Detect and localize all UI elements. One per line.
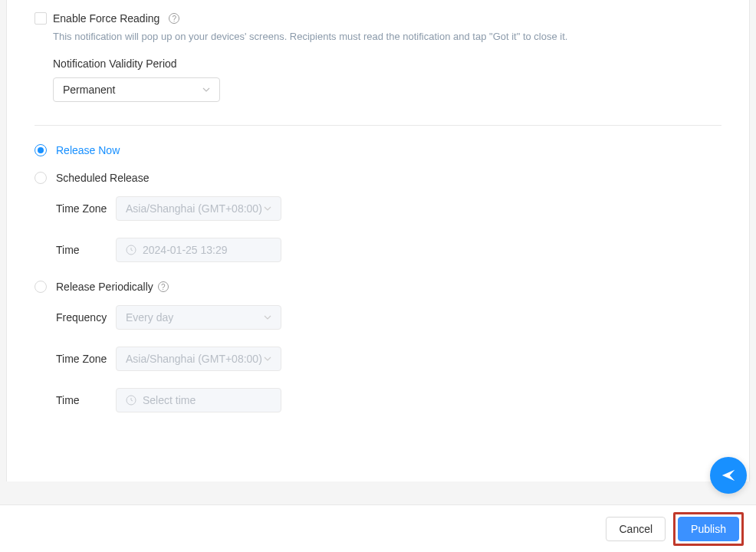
scheduled-timezone-row: Time Zone Asia/Shanghai (GMT+08:00) [56,196,721,221]
periodic-frequency-select: Every day [116,305,281,330]
footer-bar: Cancel Publish [0,504,756,552]
periodic-frequency-value: Every day [126,311,173,324]
cancel-label: Cancel [619,523,652,535]
validity-select[interactable]: Permanent [53,77,220,102]
scheduled-fields: Time Zone Asia/Shanghai (GMT+08:00) Time… [56,196,721,262]
clock-icon [126,245,136,255]
periodic-frequency-row: Frequency Every day [56,305,721,330]
help-icon[interactable]: ? [169,13,179,24]
periodic-timezone-select: Asia/Shanghai (GMT+08:00) [116,347,281,371]
scheduled-release-radio[interactable] [35,172,47,184]
scheduled-release-row: Scheduled Release [35,172,721,184]
scheduled-timezone-select: Asia/Shanghai (GMT+08:00) [116,196,281,221]
release-now-label: Release Now [56,144,120,156]
release-now-row: Release Now [35,144,721,156]
publish-button[interactable]: Publish [678,517,739,541]
chevron-down-icon [202,87,210,92]
force-reading-row: Enable Force Reading ? [35,12,721,25]
force-reading-checkbox[interactable] [35,12,47,25]
release-now-radio[interactable] [35,144,47,156]
periodic-time-row: Time Select time [56,388,721,412]
publish-highlight: Publish [673,512,744,546]
paper-plane-icon [720,467,737,484]
feedback-fab[interactable] [710,457,747,494]
chevron-down-icon [264,356,271,361]
clock-icon [126,395,136,406]
scheduled-timezone-label: Time Zone [56,202,116,215]
chevron-down-icon [264,315,271,320]
periodic-timezone-value: Asia/Shanghai (GMT+08:00) [126,353,262,365]
publish-label: Publish [691,523,726,535]
periodic-release-row: Release Periodically ? [35,281,721,293]
help-icon[interactable]: ? [158,281,169,292]
periodic-timezone-row: Time Zone Asia/Shanghai (GMT+08:00) [56,347,721,371]
periodic-timezone-label: Time Zone [56,353,116,365]
force-reading-description: This notification will pop up on your de… [53,31,721,42]
periodic-time-placeholder: Select time [143,394,196,406]
periodic-fields: Frequency Every day Time Zone Asia/Shang… [56,305,721,412]
cancel-button[interactable]: Cancel [606,517,666,541]
scheduled-time-value: 2024-01-25 13:29 [143,244,228,256]
periodic-frequency-label: Frequency [56,311,116,324]
validity-label: Notification Validity Period [53,58,721,70]
periodic-time-label: Time [56,394,116,406]
force-reading-label: Enable Force Reading [53,12,159,25]
chevron-down-icon [264,206,271,211]
periodic-release-label: Release Periodically [56,281,153,293]
scheduled-time-label: Time [56,244,116,256]
scheduled-timezone-value: Asia/Shanghai (GMT+08:00) [126,202,262,215]
periodic-time-input: Select time [116,388,281,412]
divider [35,125,721,126]
scheduled-time-input: 2024-01-25 13:29 [116,238,281,262]
validity-value: Permanent [63,84,115,96]
scheduled-release-label: Scheduled Release [56,172,149,184]
scheduled-time-row: Time 2024-01-25 13:29 [56,238,721,262]
periodic-release-radio[interactable] [35,281,47,293]
settings-panel: Enable Force Reading ? This notification… [6,0,750,481]
